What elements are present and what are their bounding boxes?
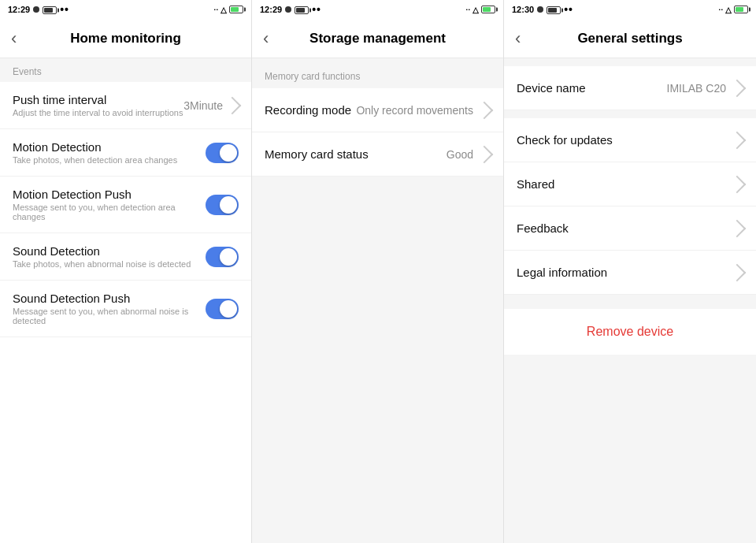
list-item-check-for-updates[interactable]: Check for updates [504, 118, 756, 162]
section-gap-1 [504, 110, 756, 118]
list-item-motion-detection: Motion Detection Take photos, when detec… [0, 129, 251, 177]
motion-detection-toggle[interactable] [206, 143, 239, 163]
status-bar-left: 12:29 •• ⋅⋅ △ [0, 0, 251, 19]
list-item-motion-detection-push: Motion Detection Push Message sent to yo… [0, 177, 251, 233]
right-panel-content: Device name IMILAB C20 Check for updates… [504, 58, 756, 543]
back-button-left[interactable]: ‹ [11, 28, 17, 49]
check-for-updates-title: Check for updates [517, 133, 613, 147]
list-item-legal-information[interactable]: Legal information [504, 251, 756, 295]
status-bar-right: 12:30 •• ⋅⋅ △ [504, 0, 756, 19]
bt-icon: ⋅⋅ [213, 6, 218, 14]
more-dots-mid: •• [312, 3, 321, 16]
memory-card-section-label: Memory card functions [252, 58, 503, 88]
events-section-label: Events [0, 58, 251, 82]
status-bar-mid: 12:29 •• ⋅⋅ △ [252, 0, 503, 19]
memory-card-status-value: Good [447, 148, 473, 161]
legal-information-chevron [728, 263, 747, 281]
shared-title: Shared [517, 177, 554, 191]
nav-bar-left: ‹ Home monitoring [0, 19, 251, 58]
chevron-icon [224, 96, 242, 114]
left-panel: 12:29 •• ⋅⋅ △ ‹ Home monitoring Events P… [0, 0, 252, 543]
list-item-sound-detection-push: Sound Detection Push Message sent to you… [0, 281, 251, 337]
battery-icon-left [43, 5, 57, 14]
left-panel-title: Home monitoring [70, 31, 181, 46]
section-gap-top [504, 58, 756, 66]
list-item-shared[interactable]: Shared [504, 162, 756, 206]
sound-detection-toggle[interactable] [206, 247, 239, 267]
list-item-device-name[interactable]: Device name IMILAB C20 [504, 66, 756, 110]
push-time-interval-subtitle: Adjust the time interval to avoid interr… [13, 108, 183, 117]
left-panel-content: Events Push time interval Adjust the tim… [0, 58, 251, 543]
motion-detection-push-subtitle: Message sent to you, when detection area… [13, 203, 206, 221]
feedback-chevron [728, 219, 747, 237]
right-panel-title: General settings [577, 31, 682, 46]
check-for-updates-chevron [728, 131, 747, 149]
wifi-icon-mid: △ [472, 6, 479, 14]
motion-detection-push-toggle[interactable] [206, 195, 239, 215]
remove-device-button[interactable]: Remove device [504, 309, 756, 355]
mid-panel: 12:29 •• ⋅⋅ △ ‹ Storage management Memor… [252, 0, 504, 543]
device-name-value: IMILAB C20 [667, 82, 726, 95]
wifi-icon-left: △ [220, 6, 227, 14]
more-dots-right: •• [564, 3, 573, 16]
list-item-recording-mode[interactable]: Recording mode Only record movements [252, 88, 503, 132]
push-time-interval-value: 3Minute [183, 99, 223, 112]
shared-chevron [728, 175, 747, 193]
section-gap-2 [504, 295, 756, 303]
feedback-title: Feedback [517, 221, 569, 235]
recording-mode-title: Recording mode [265, 103, 351, 117]
sound-detection-push-subtitle: Message sent to you, when abnormal noise… [13, 307, 206, 325]
mid-panel-title: Storage management [309, 31, 446, 46]
battery-icon-right [547, 5, 561, 14]
recording-dot-right [537, 6, 543, 13]
recording-dot-mid [285, 6, 291, 13]
recording-mode-chevron [476, 101, 494, 119]
motion-detection-title: Motion Detection [13, 140, 206, 154]
list-item-push-time-interval[interactable]: Push time interval Adjust the time inter… [0, 82, 251, 129]
bt-icon-mid: ⋅⋅ [465, 6, 470, 14]
memory-card-status-chevron [476, 145, 494, 163]
recording-dot [33, 6, 39, 13]
sound-detection-push-title: Sound Detection Push [13, 292, 206, 305]
memory-card-status-title: Memory card status [265, 147, 369, 161]
sound-detection-push-toggle[interactable] [206, 299, 239, 319]
wifi-icon-right: △ [725, 6, 732, 14]
list-item-sound-detection: Sound Detection Take photos, when abnorm… [0, 233, 251, 281]
bt-icon-right: ⋅⋅ [718, 6, 723, 14]
time-left: 12:29 [8, 5, 30, 14]
more-dots-left: •• [60, 3, 69, 16]
back-button-mid[interactable]: ‹ [263, 28, 269, 49]
device-name-title: Device name [517, 81, 586, 95]
list-item-feedback[interactable]: Feedback [504, 206, 756, 251]
back-button-right[interactable]: ‹ [515, 28, 521, 49]
mid-panel-content: Memory card functions Recording mode Onl… [252, 58, 503, 543]
nav-bar-mid: ‹ Storage management [252, 19, 503, 58]
device-name-chevron [728, 79, 747, 97]
legal-information-title: Legal information [517, 266, 607, 279]
motion-detection-subtitle: Take photos, when detection area changes [13, 155, 206, 165]
time-mid: 12:29 [260, 5, 282, 14]
push-time-interval-title: Push time interval [13, 93, 183, 106]
recording-mode-value: Only record movements [356, 104, 473, 117]
nav-bar-right: ‹ General settings [504, 19, 756, 58]
time-right: 12:30 [512, 5, 534, 14]
right-panel: 12:30 •• ⋅⋅ △ ‹ General settings Device … [504, 0, 756, 543]
sound-detection-title: Sound Detection [13, 244, 206, 258]
battery-icon-mid [295, 5, 309, 14]
list-item-memory-card-status[interactable]: Memory card status Good [252, 132, 503, 177]
motion-detection-push-title: Motion Detection Push [13, 188, 206, 201]
sound-detection-subtitle: Take photos, when abnormal noise is dete… [13, 259, 206, 269]
